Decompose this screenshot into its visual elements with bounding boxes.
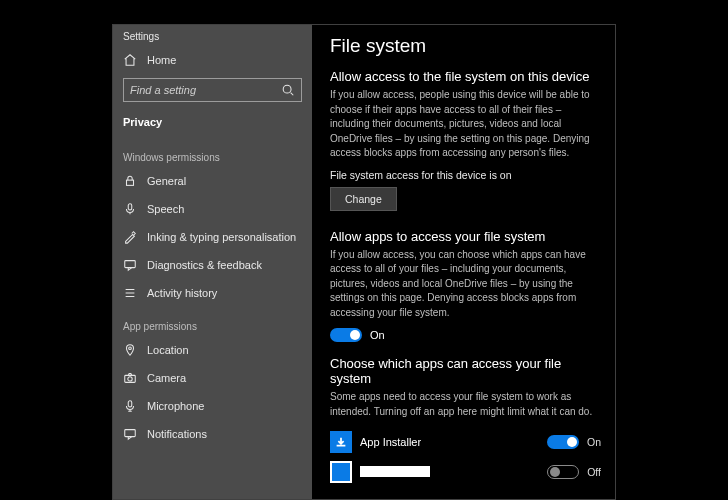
svg-rect-2	[128, 204, 132, 210]
sidebar-item-label: Activity history	[147, 287, 217, 299]
window-title: Settings	[113, 25, 312, 46]
app-redacted-icon	[330, 461, 352, 483]
section2-heading: Allow apps to access your file system	[330, 229, 601, 244]
svg-rect-1	[127, 180, 134, 185]
search-icon	[281, 83, 295, 97]
home-icon	[123, 53, 137, 67]
sidebar-item-label: Inking & typing personalisation	[147, 231, 296, 243]
speech-icon	[123, 202, 137, 216]
app-row-app-installer: App Installer On	[330, 427, 601, 457]
app-redacted-label	[360, 466, 430, 479]
sidebar-item-general[interactable]: General	[113, 167, 312, 195]
svg-rect-3	[125, 261, 136, 268]
sidebar-item-inking[interactable]: Inking & typing personalisation	[113, 223, 312, 251]
section3-heading: Choose which apps can access your file s…	[330, 356, 601, 386]
sidebar-item-label: Speech	[147, 203, 184, 215]
notification-icon	[123, 427, 137, 441]
app-row-redacted: Off	[330, 457, 601, 487]
sidebar-item-diagnostics[interactable]: Diagnostics & feedback	[113, 251, 312, 279]
sidebar-home[interactable]: Home	[113, 46, 312, 74]
svg-point-0	[283, 85, 291, 93]
list-icon	[123, 286, 137, 300]
feedback-icon	[123, 258, 137, 272]
svg-point-4	[129, 347, 132, 350]
sidebar-item-label: Notifications	[147, 428, 207, 440]
app-redacted-toggle-label: Off	[587, 466, 601, 478]
sidebar-item-microphone[interactable]: Microphone	[113, 392, 312, 420]
sidebar-item-label: Camera	[147, 372, 186, 384]
search-input-container[interactable]	[123, 78, 302, 102]
app-installer-toggle-label: On	[587, 436, 601, 448]
lock-icon	[123, 174, 137, 188]
section3-desc: Some apps need to access your file syste…	[330, 390, 601, 419]
page-title: File system	[330, 35, 601, 57]
sidebar-selected-category: Privacy	[113, 110, 312, 138]
section1-desc: If you allow access, people using this d…	[330, 88, 601, 161]
app-installer-toggle[interactable]	[547, 435, 579, 449]
section2-desc: If you allow access, you can choose whic…	[330, 248, 601, 321]
sidebar-item-label: General	[147, 175, 186, 187]
sidebar-group-app: App permissions	[113, 307, 312, 336]
sidebar-item-notifications[interactable]: Notifications	[113, 420, 312, 448]
change-button[interactable]: Change	[330, 187, 397, 211]
device-access-status: File system access for this device is on	[330, 169, 601, 181]
sidebar-item-speech[interactable]: Speech	[113, 195, 312, 223]
apps-access-toggle[interactable]	[330, 328, 362, 342]
sidebar: Settings Home Privacy Windows permission…	[113, 25, 312, 499]
microphone-icon	[123, 399, 137, 413]
camera-icon	[123, 371, 137, 385]
sidebar-item-label: Location	[147, 344, 189, 356]
sidebar-home-label: Home	[147, 54, 176, 66]
apps-access-toggle-label: On	[370, 329, 385, 341]
sidebar-item-location[interactable]: Location	[113, 336, 312, 364]
app-redacted-toggle[interactable]	[547, 465, 579, 479]
sidebar-item-label: Diagnostics & feedback	[147, 259, 262, 271]
sidebar-item-activity[interactable]: Activity history	[113, 279, 312, 307]
app-name-label: App Installer	[360, 436, 421, 448]
search-input[interactable]	[130, 84, 281, 96]
sidebar-item-label: Microphone	[147, 400, 204, 412]
svg-rect-8	[125, 430, 136, 437]
location-icon	[123, 343, 137, 357]
app-installer-icon	[330, 431, 352, 453]
main-content: File system Allow access to the file sys…	[312, 25, 615, 499]
sidebar-group-windows: Windows permissions	[113, 138, 312, 167]
settings-window: Settings Home Privacy Windows permission…	[112, 24, 616, 500]
svg-rect-7	[128, 401, 132, 407]
sidebar-item-camera[interactable]: Camera	[113, 364, 312, 392]
pen-icon	[123, 230, 137, 244]
svg-point-6	[128, 377, 132, 381]
section1-heading: Allow access to the file system on this …	[330, 69, 601, 84]
